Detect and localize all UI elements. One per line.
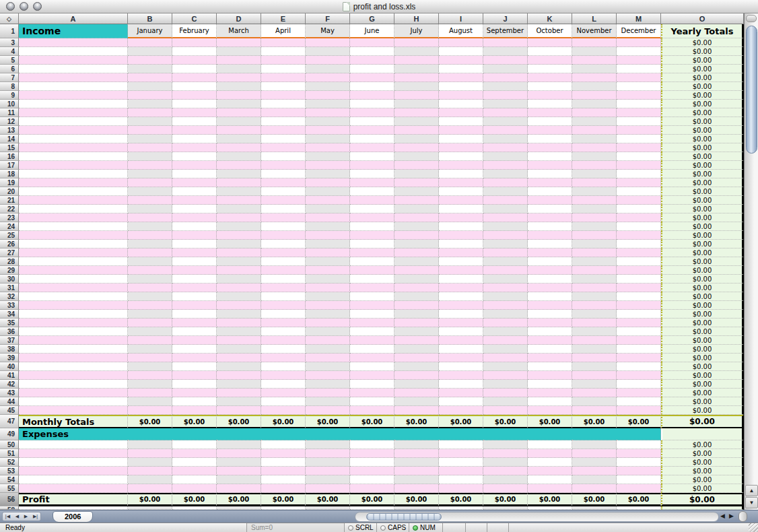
- cell-july-16[interactable]: [394, 152, 439, 161]
- cell-september-43[interactable]: [483, 389, 528, 397]
- cell-june-45[interactable]: [350, 406, 394, 415]
- yearly-total-cell-23[interactable]: $0.00: [661, 213, 744, 222]
- cell-december-11[interactable]: [617, 108, 661, 117]
- cell-december-7[interactable]: [617, 73, 661, 82]
- yearly-total-cell-24[interactable]: $0.00: [661, 222, 744, 231]
- cell-september-33[interactable]: [483, 301, 528, 310]
- cell-january-26[interactable]: [128, 240, 172, 248]
- cell-september-51[interactable]: [483, 449, 528, 458]
- scroll-left-icon[interactable]: ◀: [720, 512, 725, 519]
- cell-april-55[interactable]: [261, 484, 306, 493]
- cell-july-17[interactable]: [394, 161, 439, 170]
- yearly-total-cell-5[interactable]: $0.00: [661, 56, 744, 65]
- cell-august-15[interactable]: [439, 143, 483, 152]
- cell-february-35[interactable]: [172, 319, 217, 327]
- cell-april-44[interactable]: [261, 397, 306, 406]
- cell-december-12[interactable]: [617, 117, 661, 126]
- cell-november-43[interactable]: [572, 389, 617, 397]
- cell-december-43[interactable]: [617, 389, 661, 397]
- sheet-tab-2006[interactable]: 2006: [53, 511, 93, 523]
- cell-october-17[interactable]: [528, 161, 572, 170]
- yearly-total-cell-51[interactable]: $0.00: [661, 449, 744, 458]
- cell-april-31[interactable]: [261, 284, 306, 292]
- row-header-51[interactable]: 51: [0, 449, 19, 458]
- cell-august-32[interactable]: [439, 292, 483, 301]
- cell-march-21[interactable]: [217, 196, 261, 205]
- cell-december-27[interactable]: [617, 248, 661, 257]
- cell-december-38[interactable]: [617, 345, 661, 354]
- yearly-total-cell-7[interactable]: $0.00: [661, 73, 744, 82]
- cell-march-19[interactable]: [217, 178, 261, 187]
- cell-A55[interactable]: [19, 484, 128, 493]
- yearly-total-cell-15[interactable]: $0.00: [661, 143, 744, 152]
- cell-A22[interactable]: [19, 205, 128, 213]
- yearly-total-cell-31[interactable]: $0.00: [661, 284, 744, 292]
- cell-november-31[interactable]: [572, 284, 617, 292]
- cell-january-34[interactable]: [128, 310, 172, 319]
- cell-august-51[interactable]: [439, 449, 483, 458]
- row-header-32[interactable]: 32: [0, 292, 19, 301]
- row-header-25[interactable]: 25: [0, 231, 19, 240]
- yearly-total-cell-33[interactable]: $0.00: [661, 301, 744, 310]
- cell-may-44[interactable]: [306, 397, 350, 406]
- cell-october-14[interactable]: [528, 135, 572, 143]
- cell-may-33[interactable]: [306, 301, 350, 310]
- cell-may-51[interactable]: [306, 449, 350, 458]
- cell-march-40[interactable]: [217, 362, 261, 371]
- horizontal-scrollbar-thumb[interactable]: [366, 513, 442, 521]
- cell-september-9[interactable]: [483, 91, 528, 100]
- expenses-cell-june[interactable]: [350, 428, 394, 440]
- cell-july-42[interactable]: [394, 380, 439, 389]
- cell-july-54[interactable]: [394, 475, 439, 484]
- cell-april-42[interactable]: [261, 380, 306, 389]
- cell-september-44[interactable]: [483, 397, 528, 406]
- cell-april-24[interactable]: [261, 222, 306, 231]
- cell-A54[interactable]: [19, 475, 128, 484]
- cell-august-23[interactable]: [439, 213, 483, 222]
- cell-may-8[interactable]: [306, 82, 350, 91]
- cell-march-27[interactable]: [217, 248, 261, 257]
- cell-september-15[interactable]: [483, 143, 528, 152]
- row-header-37[interactable]: 37: [0, 336, 19, 345]
- cell-april-39[interactable]: [261, 354, 306, 362]
- cell-october-25[interactable]: [528, 231, 572, 240]
- cell-april-30[interactable]: [261, 275, 306, 284]
- cell-august-29[interactable]: [439, 266, 483, 275]
- cell-may-52[interactable]: [306, 458, 350, 467]
- cell-A3[interactable]: [19, 38, 128, 47]
- cell-september-17[interactable]: [483, 161, 528, 170]
- profit-august[interactable]: $0.00: [439, 493, 483, 506]
- cell-september-29[interactable]: [483, 266, 528, 275]
- cell-january-42[interactable]: [128, 380, 172, 389]
- cell-may-35[interactable]: [306, 319, 350, 327]
- cell-april-54[interactable]: [261, 475, 306, 484]
- cell-september-19[interactable]: [483, 178, 528, 187]
- cell-april-18[interactable]: [261, 170, 306, 178]
- cell-august-31[interactable]: [439, 284, 483, 292]
- profit-september[interactable]: $0.00: [483, 493, 528, 506]
- yearly-totals-header[interactable]: Yearly Totals: [661, 24, 744, 38]
- income-header-cell[interactable]: Income: [19, 24, 128, 38]
- cell-february-36[interactable]: [172, 327, 217, 336]
- cell-june-38[interactable]: [350, 345, 394, 354]
- monthly-total-february[interactable]: $0.00: [172, 415, 217, 428]
- row-header-22[interactable]: 22: [0, 205, 19, 213]
- cell-may-29[interactable]: [306, 266, 350, 275]
- cell-january-53[interactable]: [128, 467, 172, 475]
- monthly-total-august[interactable]: $0.00: [439, 415, 483, 428]
- expenses-cell-march[interactable]: [217, 428, 261, 440]
- cell-october-18[interactable]: [528, 170, 572, 178]
- cell-june-27[interactable]: [350, 248, 394, 257]
- cell-august-54[interactable]: [439, 475, 483, 484]
- cell-november-37[interactable]: [572, 336, 617, 345]
- monthly-total-july[interactable]: $0.00: [394, 415, 439, 428]
- cell-june-28[interactable]: [350, 257, 394, 266]
- cell-august-21[interactable]: [439, 196, 483, 205]
- cell-january-35[interactable]: [128, 319, 172, 327]
- cell-august-43[interactable]: [439, 389, 483, 397]
- month-header-september[interactable]: September: [483, 24, 528, 38]
- cell-august-50[interactable]: [439, 440, 483, 449]
- cell-A40[interactable]: [19, 362, 128, 371]
- cell-august-39[interactable]: [439, 354, 483, 362]
- cell-august-8[interactable]: [439, 82, 483, 91]
